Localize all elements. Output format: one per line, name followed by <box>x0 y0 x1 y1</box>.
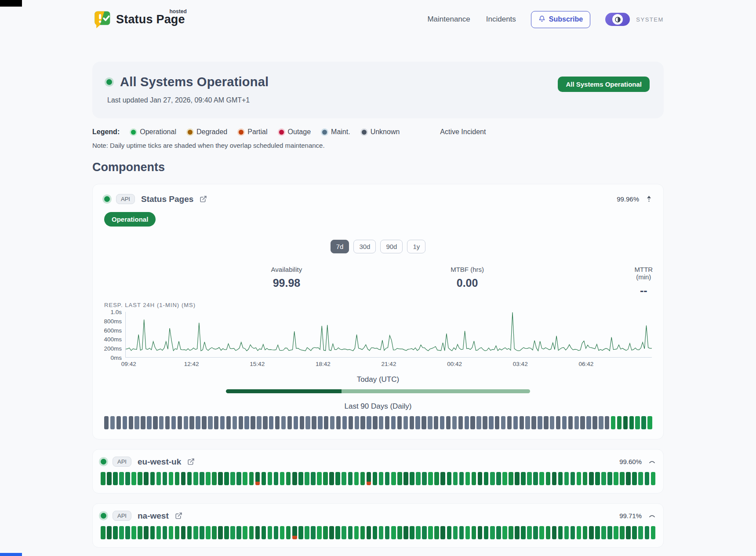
subscribe-button[interactable]: Subscribe <box>531 11 590 28</box>
expand-chevron-icon[interactable] <box>649 514 655 518</box>
uptime-tick-operational <box>391 472 396 485</box>
nav-link-maintenance[interactable]: Maintenance <box>427 15 470 24</box>
response-time-chart: 1.0s800ms600ms400ms200ms0ms 09:4212:4215… <box>104 312 652 358</box>
uptime-tick-operational <box>629 416 634 429</box>
uptime-tick-operational <box>113 526 118 539</box>
expand-chevron-icon[interactable] <box>649 460 655 464</box>
y-axis-tick: 800ms <box>104 318 122 324</box>
uptime-tick-unknown <box>324 416 328 429</box>
external-link-icon[interactable] <box>175 512 182 519</box>
uptime-tick-unknown <box>520 416 524 429</box>
uptime-tick-operational <box>181 526 186 539</box>
uptime-tick-operational <box>614 526 618 539</box>
uptime-tick-operational <box>292 472 297 485</box>
external-link-icon[interactable] <box>200 195 207 203</box>
uptime-tick-operational <box>156 472 161 485</box>
uptime-tick-operational <box>539 472 544 485</box>
uptime-tick-operational <box>311 526 316 539</box>
stat-label: MTTR (min) <box>634 266 653 281</box>
status-page: Status Page hosted MaintenanceIncidents … <box>92 0 664 548</box>
legend-status-dot <box>239 130 244 135</box>
uptime-tick-operational <box>193 472 198 485</box>
uptime-tick-operational <box>472 472 476 485</box>
uptime-tick-operational <box>422 526 427 539</box>
range-button-7d[interactable]: 7d <box>331 240 349 253</box>
uptime-tick-unknown <box>342 416 347 429</box>
uptime-tick-unknown <box>476 416 481 429</box>
collapse-arrow-icon[interactable] <box>646 195 652 203</box>
uptime-tick-operational <box>434 472 439 485</box>
uptime-tick-operational <box>496 526 501 539</box>
uptime-tick-operational <box>317 472 322 485</box>
uptime-tick-operational <box>611 416 615 429</box>
uptime-tick-operational <box>144 472 149 485</box>
uptime-tick-operational <box>397 472 402 485</box>
component-card-na-west: API na-west 99.71% <box>92 503 664 548</box>
legend-item-unknown: Unknown <box>362 128 400 136</box>
uptime-tick-operational <box>138 472 142 485</box>
component-header[interactable]: API Status Pages 99.96% <box>104 194 652 204</box>
component-tag-badge: API <box>116 194 135 204</box>
legend-status-dot <box>188 130 193 135</box>
uptime-tick-unknown <box>415 416 420 429</box>
uptime-tick-operational <box>533 472 538 485</box>
uptime-tick-operational <box>163 472 167 485</box>
uptime-tick-operational <box>360 526 365 539</box>
uptime-tick-unknown <box>208 416 212 429</box>
logo-text: Status Page <box>116 13 185 26</box>
nav-link-incidents[interactable]: Incidents <box>486 15 516 24</box>
range-button-90d[interactable]: 90d <box>380 240 403 253</box>
time-range-selector: 7d30d90d1y <box>104 240 652 253</box>
uptime-tick-operational <box>187 526 192 539</box>
uptime-tick-operational <box>218 526 223 539</box>
uptime-tick-operational <box>230 472 235 485</box>
chart-y-axis: 1.0s800ms600ms400ms200ms0ms <box>104 312 125 358</box>
uptime-tick-operational <box>410 526 414 539</box>
uptime-tick-unknown <box>586 416 591 429</box>
theme-toggle[interactable] <box>605 13 630 26</box>
uptime-tick-operational <box>280 526 285 539</box>
uptime-tick-operational <box>298 526 303 539</box>
uptime-tick-operational <box>552 472 557 485</box>
uptime-tick-operational <box>595 526 600 539</box>
uptime-tick-operational <box>125 526 130 539</box>
uptime-tick-operational <box>125 472 130 485</box>
uptime-tick-operational <box>181 472 186 485</box>
uptime-tick-operational <box>113 472 118 485</box>
legend-item-label: Operational <box>140 128 176 136</box>
logo[interactable]: Status Page hosted <box>92 10 185 29</box>
uptime-tick-operational <box>311 472 316 485</box>
uptime-tick-operational <box>169 526 174 539</box>
uptime-tick-unknown <box>251 416 255 429</box>
range-button-1y[interactable]: 1y <box>407 240 425 253</box>
uptime-tick-operational <box>620 526 625 539</box>
external-link-icon[interactable] <box>187 458 195 465</box>
uptime-tick-operational <box>131 472 136 485</box>
uptime-tick-operational <box>286 472 291 485</box>
stat-availability: Availability99.98 <box>271 266 302 289</box>
uptime-tick-operational <box>546 526 551 539</box>
component-status-dot <box>101 459 106 465</box>
uptime-tick-operational <box>107 526 112 539</box>
legend-item-label: Degraded <box>196 128 227 136</box>
uptime-tick-operational <box>298 472 303 485</box>
legend-item-label: Unknown <box>371 128 400 136</box>
uptime-tick-operational <box>335 472 340 485</box>
range-button-30d[interactable]: 30d <box>353 240 376 253</box>
uptime-tick-operational <box>163 526 167 539</box>
uptime-tick-operational <box>509 526 513 539</box>
uptime-tick-operational <box>645 526 650 539</box>
component-header[interactable]: API eu-west-uk 99.60% <box>101 457 655 467</box>
uptime-tick-operational <box>391 526 396 539</box>
stats-row: Availability99.98MTBF (hrs)0.00MTTR (min… <box>104 266 652 294</box>
uptime-tick-operational <box>428 526 433 539</box>
bell-icon <box>538 15 545 24</box>
component-uptime: 99.96% <box>617 195 639 203</box>
y-axis-tick: 400ms <box>104 336 122 343</box>
component-header[interactable]: API na-west 99.71% <box>101 511 655 521</box>
today-utc-label: Today (UTC) <box>104 375 652 384</box>
chart-x-axis: 09:4212:4215:4218:4221:4200:4203:4206:42 <box>126 357 652 368</box>
uptime-tick-operational <box>620 472 625 485</box>
theme-toggle-knob <box>612 14 623 25</box>
uptime-tick-operational <box>601 472 606 485</box>
